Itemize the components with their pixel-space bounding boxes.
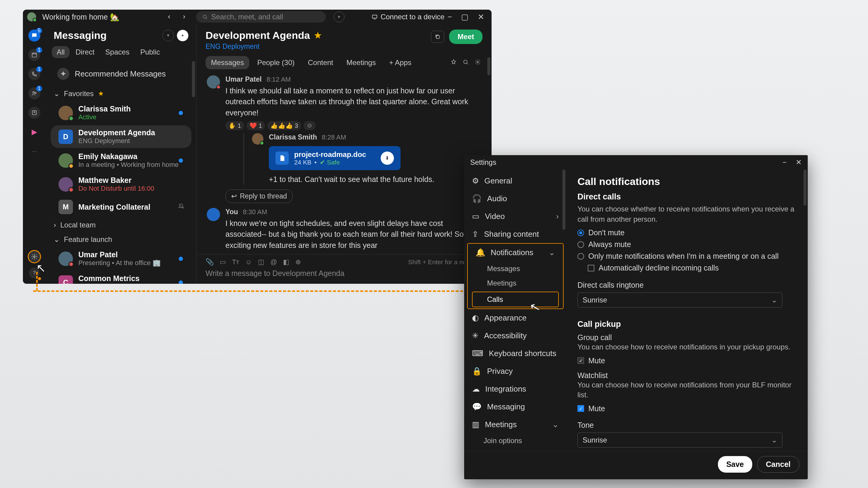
attach-icon[interactable]: 📎: [206, 258, 214, 266]
svg-rect-1: [372, 15, 377, 18]
nav-appearance[interactable]: ◐Appearance: [464, 309, 567, 327]
nav-forward-button[interactable]: [178, 11, 190, 23]
reply-thread-button[interactable]: ↩ Reply to thread: [225, 190, 293, 203]
checkbox-watchlist-mute[interactable]: ✓Mute: [578, 404, 797, 413]
nav-integrations[interactable]: ☁Integrations: [464, 380, 567, 398]
nav-sharing[interactable]: ⇪Sharing content: [464, 225, 567, 243]
self-avatar[interactable]: [27, 12, 36, 22]
settings-content-scrollbar[interactable]: [804, 170, 807, 206]
window-minimize-button[interactable]: −: [447, 12, 452, 22]
message-input[interactable]: Write a message to Development Agenda: [206, 269, 483, 278]
space-settings-icon[interactable]: [473, 57, 483, 68]
tab-all[interactable]: All: [52, 46, 70, 58]
sidebar-new-button[interactable]: +: [177, 30, 188, 41]
screenshot-icon[interactable]: ▭: [220, 258, 226, 266]
nav-video[interactable]: ▭Video›: [464, 207, 567, 225]
checkbox-decline[interactable]: Automatically decline incoming calls: [588, 264, 797, 272]
bitmoji-icon[interactable]: ◧: [283, 258, 289, 266]
file-attachment[interactable]: project-roadmap.doc 24 KB • ✔ Safe ⬇: [269, 146, 401, 170]
search-in-space-icon[interactable]: [461, 57, 470, 68]
rail-apps[interactable]: ▶: [28, 126, 40, 138]
nav-notifications[interactable]: 🔔Notifications⌄: [468, 244, 563, 261]
tab-public[interactable]: Public: [135, 46, 164, 58]
new-action-button[interactable]: +: [334, 11, 344, 22]
tab-content[interactable]: Content: [302, 56, 338, 69]
nav-privacy[interactable]: 🔒Privacy: [464, 362, 567, 380]
reaction[interactable]: 👍👍👍 3: [267, 121, 301, 130]
rail-more[interactable]: ⋯: [28, 145, 40, 157]
conv-matthew[interactable]: Matthew BakerDo Not Disturb until 16:00: [51, 173, 191, 195]
section-local-team[interactable]: ›Local team: [46, 218, 196, 232]
rail-teams[interactable]: 1: [28, 87, 40, 99]
tab-meetings[interactable]: Meetings: [341, 56, 381, 69]
checkbox-group-mute[interactable]: ✓Mute: [578, 356, 797, 365]
nav-notif-calls[interactable]: Calls: [472, 292, 559, 307]
nav-calling[interactable]: ✆Calling⌄: [464, 448, 567, 451]
gif-icon[interactable]: ◫: [258, 258, 264, 266]
ringtone-select[interactable]: Sunrise⌄: [578, 293, 782, 307]
dialog-minimize-button[interactable]: −: [782, 158, 786, 167]
rail-messaging[interactable]: 5: [28, 30, 40, 41]
space-subtitle[interactable]: ENG Deployment: [206, 42, 321, 51]
meet-button[interactable]: Meet: [449, 30, 483, 44]
conv-development-agenda[interactable]: DDevelopment AgendaENG Deployment: [51, 125, 191, 148]
nav-audio[interactable]: 🎧Audio: [464, 190, 567, 207]
emoji-icon[interactable]: ☺: [245, 258, 252, 266]
dialog-close-button[interactable]: ✕: [796, 158, 802, 167]
nav-back-button[interactable]: [163, 11, 175, 23]
search-input[interactable]: Search, meet, and call: [196, 11, 326, 23]
window-maximize-button[interactable]: ▢: [461, 12, 469, 22]
section-feature-launch[interactable]: ⌄Feature launch: [46, 232, 196, 247]
nav-shortcuts[interactable]: ⌨Keyboard shortcuts: [464, 345, 567, 362]
nav-general[interactable]: ⚙General: [464, 172, 567, 190]
tab-people[interactable]: People (30): [252, 56, 300, 69]
self-status[interactable]: Working from home 🏡: [42, 13, 119, 22]
pin-icon[interactable]: [449, 57, 458, 68]
format-icon[interactable]: Tт: [232, 258, 239, 266]
tab-messages[interactable]: Messages: [206, 56, 249, 69]
sidebar-scrollbar[interactable]: [192, 61, 195, 97]
mention-icon[interactable]: @: [270, 258, 277, 266]
avatar[interactable]: [207, 208, 220, 221]
tone-select[interactable]: Sunrise⌄: [578, 432, 782, 448]
save-button[interactable]: Save: [718, 456, 752, 473]
rail-calendar[interactable]: 1: [28, 49, 40, 61]
avatar[interactable]: [252, 133, 264, 144]
conv-umar[interactable]: Umar PatelPresenting • At the office 🏢: [51, 247, 191, 270]
avatar[interactable]: [207, 75, 220, 89]
tab-spaces[interactable]: Spaces: [100, 46, 134, 58]
cancel-button[interactable]: Cancel: [757, 456, 799, 473]
rail-settings-button[interactable]: [28, 250, 41, 263]
reaction[interactable]: ✋ 1: [225, 121, 244, 130]
rail-contacts[interactable]: [28, 107, 40, 119]
apps-icon[interactable]: ⊕: [296, 258, 301, 266]
conv-emily[interactable]: Emily NakagawaIn a meeting • Working fro…: [51, 149, 191, 172]
conv-common-metrics[interactable]: CCommon MetricsUsability research: [51, 271, 191, 284]
radio-always-mute[interactable]: Always mute: [578, 240, 797, 249]
connect-device-button[interactable]: Connect to a device: [372, 13, 444, 21]
tab-add-apps[interactable]: + Apps: [384, 56, 417, 69]
star-icon[interactable]: ★: [314, 30, 321, 40]
nav-join-options[interactable]: Join options: [464, 433, 567, 448]
nav-accessibility[interactable]: ✳Accessibility: [464, 327, 567, 345]
add-reaction[interactable]: ☺: [304, 121, 315, 130]
tab-direct[interactable]: Direct: [71, 46, 99, 58]
settings-dialog: Settings −✕ ⚙General 🎧Audio ▭Video› ⇪Sha…: [464, 155, 808, 479]
sidebar-filter-button[interactable]: [162, 30, 174, 41]
conv-marketing[interactable]: MMarketing Collateral: [51, 197, 191, 217]
download-button[interactable]: ⬇: [381, 152, 394, 165]
rail-calls[interactable]: 1: [28, 68, 40, 80]
section-favorites[interactable]: ⌄ Favorites ★: [46, 87, 196, 101]
nav-notif-meetings[interactable]: Meetings: [468, 276, 563, 290]
rail-help-button[interactable]: ?: [29, 267, 40, 278]
radio-only-meeting[interactable]: Only mute notifications when I'm in a me…: [578, 252, 797, 261]
nav-notif-messages[interactable]: Messages: [468, 261, 563, 276]
nav-meetings[interactable]: ▥Meetings⌄: [464, 416, 567, 433]
copy-link-button[interactable]: [431, 31, 444, 43]
recommended-messages[interactable]: ✦ Recommended Messages: [52, 64, 190, 84]
conv-clarissa[interactable]: Clarissa SmithActive: [51, 101, 191, 124]
window-close-button[interactable]: ✕: [478, 12, 484, 22]
reaction[interactable]: ❤️ 1: [247, 121, 265, 130]
radio-dont-mute[interactable]: Don't mute: [578, 228, 797, 237]
nav-messaging[interactable]: 💬Messaging: [464, 398, 567, 416]
